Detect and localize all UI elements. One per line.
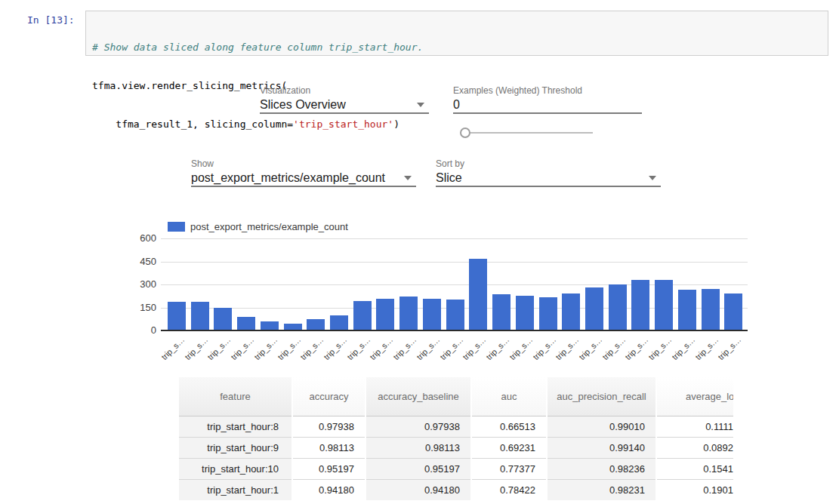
metrics-table-container: featureaccuracyaccuracy_baselineaucauc_p… — [179, 377, 733, 504]
sort-by-value: Slice — [436, 171, 462, 184]
sort-by-label: Sort by — [436, 158, 661, 169]
metric-value-cell: 0.95197 — [366, 458, 471, 479]
chart-bar[interactable] — [307, 319, 325, 330]
metric-value-cell: 0.98231 — [547, 479, 656, 500]
metric-value-cell: 0.66513 — [471, 416, 547, 437]
chart-bar[interactable] — [330, 315, 348, 330]
y-tick-label: 150 — [112, 302, 156, 313]
threshold-slider[interactable] — [460, 128, 596, 138]
chart-bar[interactable] — [585, 287, 603, 330]
chart-bar[interactable] — [399, 297, 418, 330]
metric-value-cell: 0.98236 — [547, 458, 656, 479]
y-tick-label: 300 — [112, 278, 156, 290]
table-header-cell: accuracy — [292, 377, 366, 416]
threshold-field[interactable]: Examples (Weighted) Threshold 0 — [453, 85, 642, 114]
table-header-cell: feature — [179, 377, 292, 416]
table-row: trip_start_hour:80.979380.979380.665130.… — [179, 416, 733, 437]
plot-area: trip_s…trip_s…trip_s…trip_s…trip_s…trip_… — [161, 238, 748, 330]
table-row: trip_start_hour:10.941800.941800.784220.… — [179, 479, 733, 500]
chevron-down-icon[interactable] — [649, 176, 656, 180]
feature-cell: trip_start_hour:10 — [179, 458, 292, 479]
y-gridline — [161, 262, 748, 263]
metric-value-cell: 0.69231 — [471, 437, 547, 458]
x-axis-baseline — [161, 330, 748, 331]
y-tick-label: 450 — [112, 256, 156, 267]
table-row: trip_start_hour:90.981130.981130.692310.… — [179, 437, 733, 458]
metrics-table: featureaccuracyaccuracy_baselineaucauc_p… — [179, 377, 733, 500]
chart-bar[interactable] — [423, 299, 441, 330]
table-header-cell: accuracy_baseline — [366, 377, 471, 416]
chart-bar[interactable] — [678, 290, 696, 330]
chart-bar[interactable] — [609, 284, 627, 330]
chart-bar[interactable] — [702, 289, 720, 330]
code-line: tfma_result_1, slicing_column='trip_star… — [92, 118, 822, 131]
y-tick-label: 0 — [112, 324, 156, 336]
metric-value-cell: 0.94180 — [292, 479, 366, 500]
legend-label: post_export_metrics/example_count — [190, 221, 348, 232]
visualization-label: Visualization — [260, 85, 429, 96]
metric-value-cell: 0.1111 — [656, 416, 733, 437]
chart-bar[interactable] — [631, 280, 649, 330]
show-value: post_export_metrics/example_count — [191, 171, 385, 184]
chart-bar[interactable] — [214, 308, 232, 330]
metric-value-cell: 0.77377 — [471, 458, 547, 479]
chart-bar[interactable] — [655, 280, 673, 330]
metric-value-cell: 0.78422 — [471, 479, 547, 500]
chart-bar[interactable] — [446, 300, 464, 330]
y-gridline — [161, 238, 748, 239]
chart-bar[interactable] — [168, 302, 186, 330]
y-tick-label: 600 — [112, 232, 156, 244]
chart-bar[interactable] — [724, 293, 742, 330]
show-metric-select[interactable]: Show post_export_metrics/example_count — [191, 158, 416, 187]
threshold-label: Examples (Weighted) Threshold — [453, 85, 642, 96]
metric-value-cell: 0.99140 — [547, 437, 656, 458]
metric-value-cell: 0.94180 — [366, 479, 471, 500]
threshold-input[interactable]: 0 — [453, 98, 460, 111]
chevron-down-icon[interactable] — [404, 176, 412, 180]
metric-value-cell: 0.99010 — [547, 416, 656, 437]
metric-value-cell: 0.1541 — [656, 458, 733, 479]
chevron-down-icon[interactable] — [417, 103, 424, 107]
metric-value-cell: 0.0892 — [656, 437, 733, 458]
chart-bar[interactable] — [492, 294, 510, 330]
metric-value-cell: 0.97938 — [366, 416, 471, 437]
chart-bar[interactable] — [191, 302, 209, 330]
chart-bar[interactable] — [353, 301, 372, 330]
metric-value-cell: 0.97938 — [292, 416, 366, 437]
table-header-cell: average_loss — [656, 377, 733, 416]
chart-bar[interactable] — [237, 317, 255, 330]
slider-knob[interactable] — [460, 128, 470, 138]
metric-value-cell: 0.98113 — [292, 437, 366, 458]
chart-bar[interactable] — [516, 296, 534, 330]
visualization-select[interactable]: Visualization Slices Overview — [260, 85, 429, 114]
chart-bar[interactable] — [376, 299, 394, 330]
code-line-comment: # Show data sliced along feature column … — [92, 41, 822, 54]
chart-bar[interactable] — [562, 293, 580, 330]
code-cell-editor[interactable]: # Show data sliced along feature column … — [85, 11, 828, 56]
metric-value-cell: 0.1901 — [656, 479, 733, 500]
legend-swatch — [168, 222, 185, 232]
table-header-cell: auc_precision_recall — [547, 377, 656, 416]
show-label: Show — [191, 158, 416, 169]
metric-value-cell: 0.98113 — [366, 437, 471, 458]
metric-value-cell: 0.95197 — [292, 458, 366, 479]
input-prompt: In [13]: — [27, 14, 75, 26]
chart-bar[interactable] — [539, 297, 557, 330]
visualization-value: Slices Overview — [260, 98, 346, 111]
feature-cell: trip_start_hour:8 — [179, 416, 292, 437]
table-row: trip_start_hour:100.951970.951970.773770… — [179, 458, 733, 479]
feature-cell: trip_start_hour:1 — [179, 479, 292, 500]
feature-cell: trip_start_hour:9 — [179, 437, 292, 458]
table-header-cell: auc — [471, 377, 547, 416]
table-header-row: featureaccuracyaccuracy_baselineaucauc_p… — [179, 377, 733, 416]
slider-track[interactable] — [466, 132, 593, 134]
chart-bar[interactable] — [469, 259, 487, 330]
sort-by-select[interactable]: Sort by Slice — [436, 158, 661, 187]
